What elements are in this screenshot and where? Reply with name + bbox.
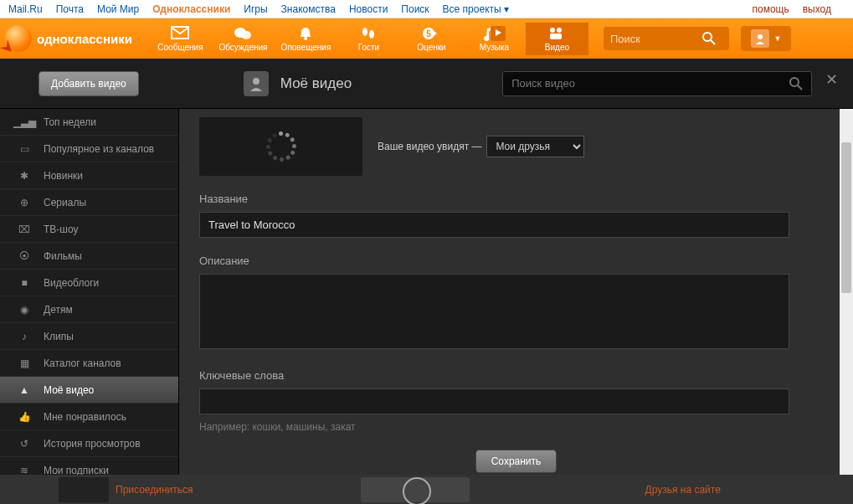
nav-notifications[interactable]: Оповещения	[275, 23, 337, 55]
nav-messages[interactable]: Сообщения	[149, 23, 212, 55]
video-overlay: Добавить видео Моё видео ✕ ▁▃▅Топ недели…	[0, 59, 853, 504]
nav-label: Оповещения	[281, 43, 331, 52]
clock-icon: ↺	[15, 438, 33, 450]
play-icon	[491, 26, 506, 41]
sidebar-item-my-video[interactable]: ▲Моё видео	[0, 377, 178, 404]
star-icon: ✱	[15, 170, 33, 182]
loading-spinner-icon	[266, 131, 296, 162]
topbar-link-news[interactable]: Новости	[349, 3, 388, 15]
nav-ratings[interactable]: 5 Оценки	[400, 23, 463, 55]
desc-input[interactable]	[199, 274, 789, 349]
visibility-select[interactable]: Мои друзья	[486, 136, 584, 157]
sidebar-label: Топ недели	[44, 116, 96, 128]
thumb-icon: 👍	[15, 411, 33, 423]
sidebar-item-top-week[interactable]: ▁▃▅Топ недели	[0, 109, 178, 136]
bell-icon	[296, 26, 315, 41]
header-search[interactable]	[604, 27, 729, 50]
user-menu[interactable]: ▼	[741, 26, 791, 51]
avatar-icon	[751, 29, 769, 48]
add-video-button[interactable]: Добавить видео	[39, 71, 139, 96]
visibility-label: Ваше видео увидят —	[378, 141, 481, 152]
join-link[interactable]: Присоединиться	[116, 484, 193, 496]
nav-guests[interactable]: Гости	[337, 23, 400, 55]
nav-label: Гости	[358, 43, 379, 52]
topbar-link-mailru[interactable]: Mail.Ru	[8, 3, 43, 15]
tags-hint: Например: кошки, машины, закат	[199, 421, 833, 433]
video-search[interactable]	[502, 71, 812, 96]
sidebar-label: Популярное из каналов	[44, 143, 154, 155]
camera-icon: ■	[15, 277, 33, 289]
topbar-link-mail[interactable]: Почта	[56, 3, 84, 15]
sidebar-label: ТВ-шоу	[44, 224, 79, 235]
chat-icon	[234, 26, 252, 41]
sidebar-item-tvshow[interactable]: ⌧ТВ-шоу	[0, 216, 178, 243]
topbar-help[interactable]: помощь	[752, 3, 789, 15]
mailru-topbar: Mail.Ru Почта Мой Мир Одноклассники Игры…	[0, 0, 853, 18]
video-edit-form: Ваше видео увидят — Мои друзья Название …	[179, 109, 853, 504]
save-button[interactable]: Сохранить	[475, 450, 558, 473]
sidebar-item-kids[interactable]: ◉Детям	[0, 296, 178, 323]
reel-icon: ⦿	[15, 250, 33, 262]
svg-point-2	[241, 31, 251, 39]
video-sidebar: ▁▃▅Топ недели ▭Популярное из каналов ✱Но…	[0, 109, 179, 504]
sidebar-label: Новинки	[44, 170, 83, 182]
desc-label: Описание	[199, 255, 833, 267]
name-input[interactable]	[199, 212, 789, 238]
sidebar-label: Детям	[44, 304, 73, 316]
topbar-link-mymir[interactable]: Мой Мир	[97, 3, 139, 15]
svg-point-8	[550, 28, 555, 33]
svg-rect-10	[550, 33, 562, 39]
svg-point-9	[557, 28, 562, 33]
topbar-link-games[interactable]: Игры	[244, 3, 267, 15]
name-label: Название	[199, 193, 833, 205]
topbar-link-ok[interactable]: Одноклассники	[152, 3, 230, 15]
video-header: Добавить видео Моё видео ✕	[0, 59, 853, 109]
search-icon	[702, 32, 716, 45]
svg-point-5	[369, 30, 374, 39]
topbar-exit[interactable]: выход	[803, 3, 831, 15]
nav-discussions[interactable]: Обсуждения	[212, 23, 275, 55]
logo-icon	[5, 25, 32, 52]
tv-icon: ⌧	[15, 224, 33, 235]
nav-music[interactable]: Музыка	[463, 23, 526, 55]
search-icon	[789, 77, 803, 90]
video-search-input[interactable]	[511, 77, 789, 90]
scrollbar[interactable]	[840, 109, 853, 504]
camera-icon	[547, 26, 566, 41]
upload-thumbnail	[199, 117, 362, 176]
sidebar-item-history[interactable]: ↺История просмотров	[0, 430, 178, 457]
nav-label: Оценки	[417, 43, 445, 52]
close-icon[interactable]: ✕	[825, 70, 838, 89]
sidebar-label: История просмотров	[44, 438, 141, 450]
rating-icon: 5	[422, 26, 440, 41]
sidebar-item-vlogs[interactable]: ■Видеоблоги	[0, 270, 178, 296]
svg-point-15	[790, 78, 799, 86]
sidebar-item-series[interactable]: ⊕Сериалы	[0, 189, 178, 216]
sidebar-item-new[interactable]: ✱Новинки	[0, 162, 178, 189]
topbar-link-dating[interactable]: Знакомства	[281, 3, 336, 15]
header-search-input[interactable]	[610, 33, 702, 45]
svg-line-12	[711, 40, 715, 44]
sidebar-item-popular[interactable]: ▭Популярное из каналов	[0, 136, 178, 162]
sidebar-item-movies[interactable]: ⦿Фильмы	[0, 243, 178, 270]
sidebar-label: Клипы	[44, 331, 74, 342]
sidebar-label: Сериалы	[44, 197, 86, 208]
topbar-link-search[interactable]: Поиск	[401, 3, 429, 15]
sidebar-item-catalog[interactable]: ▦Каталог каналов	[0, 350, 178, 377]
envelope-icon	[171, 26, 189, 41]
logo[interactable]: одноклассники	[5, 25, 132, 52]
sidebar-label: Фильмы	[44, 250, 82, 262]
sidebar-label: Моё видео	[44, 384, 94, 396]
svg-point-13	[758, 34, 763, 39]
bg-thumb	[59, 477, 109, 502]
sidebar-item-clips[interactable]: ♪Клипы	[0, 323, 178, 350]
svg-point-3	[304, 37, 307, 40]
chevron-down-icon: ▼	[774, 34, 782, 43]
nav-video[interactable]: Видео	[526, 23, 588, 55]
tags-input[interactable]	[199, 388, 789, 414]
background-content: Присоединиться Друзья на сайте	[0, 475, 853, 504]
sidebar-item-liked[interactable]: 👍Мне понравилось	[0, 404, 178, 430]
note-icon: ♪	[15, 331, 33, 342]
page-title: Моё видео	[280, 75, 352, 92]
topbar-link-projects[interactable]: Все проекты ▾	[443, 3, 509, 15]
